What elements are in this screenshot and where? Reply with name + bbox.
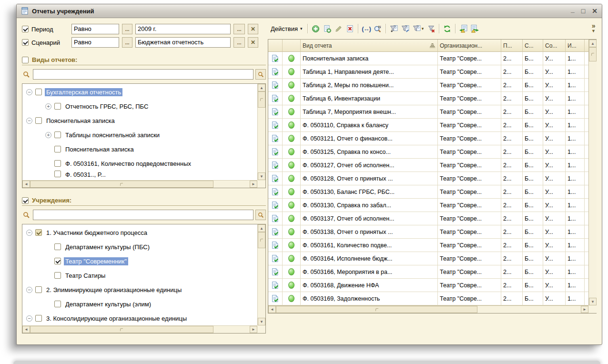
minimize-button[interactable]: _ [571, 6, 575, 13]
table-row[interactable]: Ф. 0503168, Движение НФА Театр "Совре...… [268, 279, 588, 292]
institutions-search-input[interactable] [33, 210, 253, 220]
table-row[interactable]: Таблица 7, Мероприятия внешн... Театр "С… [268, 105, 588, 119]
vertical-scrollbar[interactable]: ▲ ▼ [257, 224, 265, 325]
scroll-down-button[interactable]: ▼ [589, 298, 597, 305]
export-button[interactable] [469, 23, 481, 34]
tree-expander-icon[interactable]: + [45, 103, 51, 110]
scroll-right-button[interactable]: ► [250, 326, 257, 333]
tree-item-label[interactable]: Бухгалтерская отчетность [45, 88, 122, 96]
horizontal-scrollbar[interactable]: ◄ ► [22, 180, 257, 188]
table-row[interactable]: Таблица 1, Направления деяте... Театр "С… [268, 65, 588, 79]
institutions-group-checkbox[interactable] [22, 197, 29, 204]
source-column-header[interactable]: И... [566, 40, 585, 52]
horizontal-scrollbar[interactable]: ◄ ► [22, 325, 257, 333]
table-row[interactable]: Ф. 0503138, Отчет о принятых ... Театр "… [268, 225, 588, 239]
tree-item-label[interactable]: Департамент культуры (элим) [64, 300, 152, 308]
scrollbar-track[interactable] [213, 181, 250, 188]
scenario-comparison-select-button[interactable]: ... [122, 37, 132, 48]
tree-item-checkbox[interactable] [54, 301, 61, 307]
horizontal-scrollbar[interactable]: ◄ ► [268, 305, 588, 313]
scroll-down-button[interactable]: ▼ [258, 318, 265, 325]
scrollbar-track[interactable] [213, 326, 250, 333]
tree-item-checkbox[interactable] [35, 229, 42, 236]
tree-item-checkbox[interactable] [35, 117, 42, 124]
scenario-comparison-field[interactable]: Равно [71, 37, 119, 48]
add-copy-button[interactable] [322, 23, 333, 34]
tree-expander-icon[interactable]: − [26, 287, 32, 293]
scroll-left-button[interactable]: ◄ [22, 326, 30, 333]
maximize-button[interactable]: □ [581, 8, 585, 14]
tree-item-label[interactable]: Ф. 0503161, Количество подведомственных [64, 160, 193, 168]
table-row[interactable]: Ф. 0503130, Баланс ГРБС, РБС... Театр "С… [268, 185, 588, 199]
scrollbar-thumb[interactable] [30, 181, 213, 188]
scenario-value-field[interactable]: Бюджетная отчетность [135, 37, 231, 48]
scrollbar-thumb[interactable] [589, 47, 597, 61]
filter-history-button[interactable]: ▾ [411, 23, 426, 34]
scrollbar-thumb[interactable] [258, 91, 265, 108]
tree-expander-icon[interactable]: − [26, 89, 32, 95]
scroll-up-button[interactable]: ▲ [258, 224, 265, 232]
scrollbar-thumb[interactable] [30, 326, 213, 333]
period-comparison-field[interactable]: Равно [71, 24, 119, 34]
scenario-checkbox[interactable] [22, 39, 29, 46]
tree-item[interactable]: Департамент культуры (ПБС) [22, 240, 257, 254]
period-comparison-select-button[interactable]: ... [122, 24, 132, 34]
period-column-header[interactable]: П... [501, 40, 523, 52]
table-row[interactable]: Ф. 0503125, Справка по консо... Театр "С… [268, 145, 588, 159]
tree-item-checkbox[interactable] [54, 171, 61, 177]
period-checkbox[interactable] [22, 26, 29, 32]
tree-item[interactable]: − 3. Консолидирующие организационные еди… [22, 311, 257, 325]
tree-item-checkbox[interactable] [54, 243, 61, 250]
table-row[interactable]: Ф. 0503127, Отчет об исполнен... Театр "… [268, 159, 588, 172]
scroll-right-button[interactable]: ► [250, 181, 257, 188]
scroll-up-button[interactable]: ▲ [589, 40, 597, 47]
tree-item-label[interactable]: Пояснительная записка [64, 145, 135, 153]
tree-item-checkbox[interactable] [54, 131, 61, 138]
scrollbar-track[interactable] [589, 61, 597, 298]
period-value-select-button[interactable]: ... [233, 24, 245, 34]
scrollbar-track[interactable] [477, 306, 581, 313]
organization-column-header[interactable]: Организацион... [438, 40, 501, 52]
tree-item[interactable]: + Отчетность ГРБС, РБС, ПБС [22, 99, 257, 113]
tree-item-label[interactable]: Театр "Современник" [64, 257, 128, 265]
table-row[interactable]: Ф. 0503130, Справка по забал... Театр "С… [268, 199, 588, 212]
scrollbar-track[interactable] [258, 248, 265, 318]
tree-expander-icon[interactable]: − [26, 230, 32, 236]
edit-button[interactable] [333, 23, 345, 34]
tree-item-checkbox[interactable] [54, 258, 61, 264]
table-row[interactable]: Пояснительная записка Театр "Совре... 2.… [268, 52, 588, 65]
tree-item-label[interactable]: Таблицы пояснительной записки [64, 131, 161, 139]
scroll-down-button[interactable]: ▼ [258, 172, 265, 180]
fit-column-width-button[interactable]: (↔) [361, 23, 372, 34]
filter-clear-button[interactable] [426, 23, 437, 34]
tree-item[interactable]: − 1. Участники бюджетного процесса [22, 225, 257, 240]
tree-expander-icon[interactable]: − [26, 315, 32, 322]
tree-item-label[interactable]: Пояснительная записка [45, 117, 116, 125]
delete-button[interactable] [345, 23, 356, 34]
period-clear-button[interactable]: ✕ [248, 24, 258, 34]
title-bar[interactable]: Отчеты учреждений _ □ ✕ [17, 4, 602, 18]
tree-item[interactable]: − 2. Элиминирующие организационные едини… [22, 283, 257, 297]
tree-item[interactable]: Ф. 05031.., Р... [22, 171, 257, 178]
state-column-header[interactable]: Со... [543, 40, 566, 52]
vertical-scrollbar[interactable]: ▲ ▼ [588, 40, 597, 305]
tree-item-label[interactable]: 2. Элиминирующие организационные единицы [45, 286, 183, 294]
vertical-scrollbar[interactable]: ▲ ▼ [257, 84, 265, 180]
tree-expander-icon[interactable]: + [45, 132, 51, 138]
table-row[interactable]: Ф. 0503137, Отчет об исполнен... Театр "… [268, 212, 588, 225]
report-type-column-header[interactable]: Вид отчета [301, 40, 438, 52]
tree-item-label[interactable]: Отчетность ГРБС, РБС, ПБС [64, 102, 150, 111]
tree-item-checkbox[interactable] [35, 315, 42, 322]
tree-item-checkbox[interactable] [54, 160, 61, 167]
tree-item[interactable]: Департамент культуры (элим) [22, 297, 257, 311]
scroll-up-button[interactable]: ▲ [258, 84, 265, 91]
add-button[interactable] [310, 23, 322, 34]
scenario-value-select-button[interactable]: ... [233, 37, 245, 48]
tree-item-checkbox[interactable] [35, 286, 42, 293]
find-by-number-button[interactable]: N [372, 23, 384, 34]
table-row[interactable]: Ф. 0503121, Отчет о финансов... Театр "С… [268, 132, 588, 145]
tree-item-label[interactable]: Театр Сатиры [64, 272, 107, 280]
tree-item-label[interactable]: Ф. 05031.., Р... [64, 171, 107, 178]
tree-item-checkbox[interactable] [54, 146, 61, 152]
table-row[interactable]: Ф. 0503110, Справка к балансу Театр "Сов… [268, 119, 588, 132]
